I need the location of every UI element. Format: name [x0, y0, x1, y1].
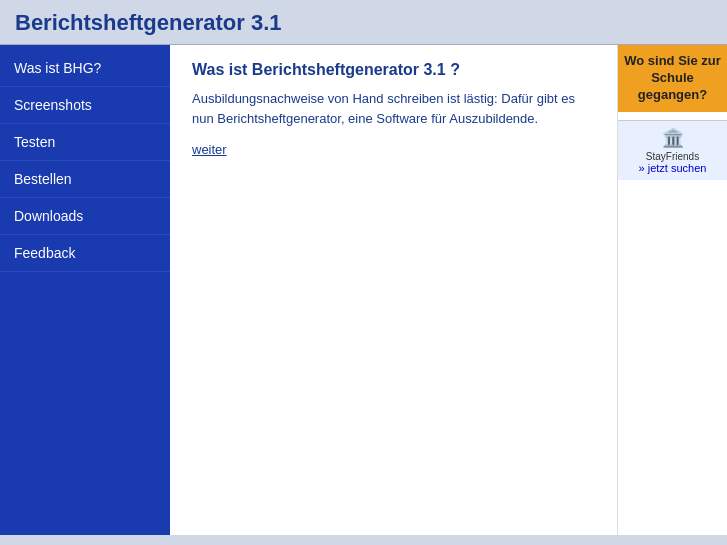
right-sidebar-heading: Wo sind Sie zur Schule gegangen? — [618, 45, 727, 112]
sidebar-item-feedback[interactable]: Feedback — [0, 235, 170, 272]
jetzt-suchen-link[interactable]: » jetzt suchen — [622, 162, 723, 174]
sidebar-item-downloads[interactable]: Downloads — [0, 198, 170, 235]
sidebar-item-bestellen[interactable]: Bestellen — [0, 161, 170, 198]
sidebar-item-wasistbhg?[interactable]: Was ist BHG? — [0, 50, 170, 87]
states-grid — [618, 112, 727, 120]
sidebar-item-testen[interactable]: Testen — [0, 124, 170, 161]
sidebar-item-screenshots[interactable]: Screenshots — [0, 87, 170, 124]
stayfriends-label: StayFriends — [622, 151, 723, 162]
page-wrapper: Was ist BHG?ScreenshotsTestenBestellenDo… — [0, 45, 727, 535]
stayfriends-icon: 🏛️ — [622, 127, 723, 149]
main-heading: Was ist Berichtsheftgenerator 3.1 ? — [192, 61, 595, 79]
sidebar: Was ist BHG?ScreenshotsTestenBestellenDo… — [0, 45, 170, 535]
stayfriends-box: 🏛️ StayFriends » jetzt suchen — [618, 120, 727, 180]
intro-text: Ausbildungsnachweise von Hand schreiben … — [192, 89, 595, 128]
main-content: Was ist Berichtsheftgenerator 3.1 ? Ausb… — [170, 45, 617, 535]
page-title: Berichtsheftgenerator 3.1 — [15, 10, 712, 36]
weiter-link[interactable]: weiter — [192, 142, 227, 157]
right-sidebar: Wo sind Sie zur Schule gegangen? 🏛️ Stay… — [617, 45, 727, 535]
page-header: Berichtsheftgenerator 3.1 — [0, 0, 727, 45]
